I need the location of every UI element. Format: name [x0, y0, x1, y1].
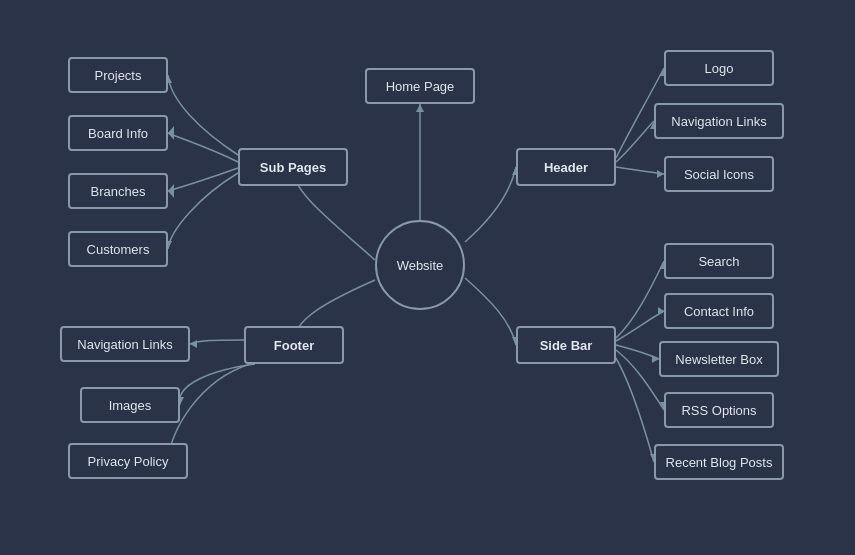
subpages-node: Sub Pages	[238, 148, 348, 186]
footer-node: Footer	[244, 326, 344, 364]
svg-marker-3	[168, 126, 174, 140]
contactinfo-node: Contact Info	[664, 293, 774, 329]
branches-node: Branches	[68, 173, 168, 209]
recentblogposts-node: Recent Blog Posts	[654, 444, 784, 480]
center-node: Website	[375, 220, 465, 310]
navlinks-footer-node: Navigation Links	[60, 326, 190, 362]
socialicons-node: Social Icons	[664, 156, 774, 192]
svg-marker-0	[416, 104, 424, 112]
rssoptions-node: RSS Options	[664, 392, 774, 428]
svg-marker-17	[652, 355, 659, 363]
svg-marker-4	[168, 184, 174, 198]
privacypolicy-node: Privacy Policy	[68, 443, 188, 479]
search-node: Search	[664, 243, 774, 279]
sidebar-node: Side Bar	[516, 326, 616, 364]
svg-marker-9	[657, 170, 664, 178]
logo-node: Logo	[664, 50, 774, 86]
svg-marker-11	[190, 340, 197, 348]
images-node: Images	[80, 387, 180, 423]
navlinks-header-node: Navigation Links	[654, 103, 784, 139]
homepage-node: Home Page	[365, 68, 475, 104]
projects-node: Projects	[68, 57, 168, 93]
newsletterbox-node: Newsletter Box	[659, 341, 779, 377]
boardinfo-node: Board Info	[68, 115, 168, 151]
header-node: Header	[516, 148, 616, 186]
customers-node: Customers	[68, 231, 168, 267]
